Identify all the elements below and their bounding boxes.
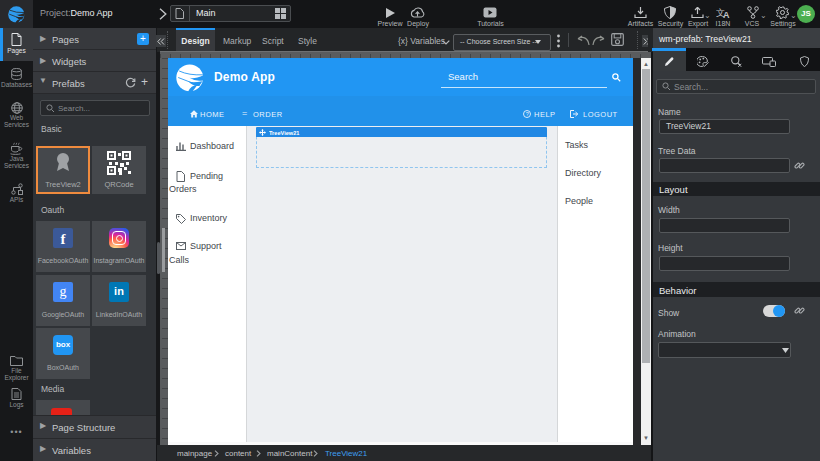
svg-text:A: A — [723, 10, 730, 19]
svg-text:?: ? — [526, 111, 529, 117]
